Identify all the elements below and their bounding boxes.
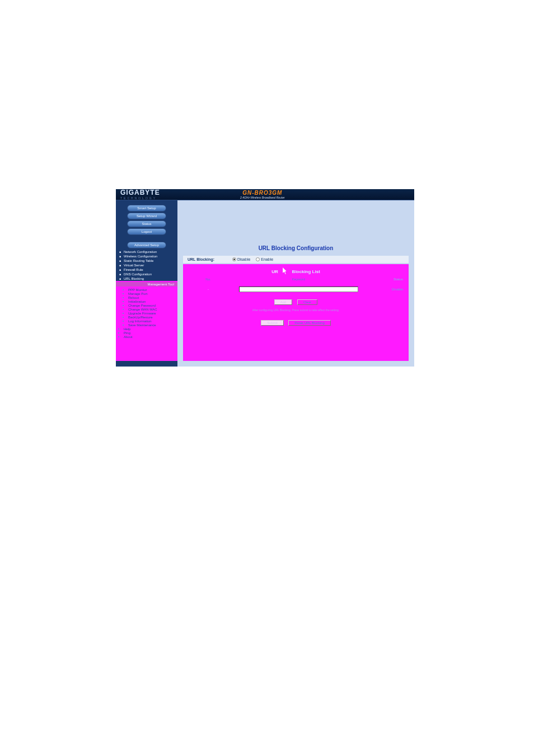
mgmt-log-information[interactable]: Log Information <box>128 319 175 323</box>
mgmt-help[interactable]: Help <box>118 327 175 331</box>
add-button[interactable]: Add <box>274 299 293 305</box>
header-bar: GIGABYTE TECHNOLOGY GN-BRO3GM 2.4GHz Wir… <box>116 189 414 200</box>
brand-block: GIGABYTE TECHNOLOGY <box>120 189 160 200</box>
table-header-row: No. Keyword Status <box>183 276 409 287</box>
radio-disable-label: Disable <box>237 257 250 261</box>
nav-firewall-rule[interactable]: Firewall Rule <box>118 267 175 272</box>
mgmt-reboot[interactable]: Reboot <box>128 295 175 299</box>
mgmt-change-wan-mac[interactable]: Change WAN MAC <box>128 307 175 311</box>
radio-enable-label: Enable <box>261 257 273 261</box>
mgmt-initialization[interactable]: Initialization <box>128 299 175 303</box>
product-name: GN-BRO3GM <box>240 190 285 196</box>
table-input-row: - Disable <box>183 287 409 294</box>
list-header-prefix: UR <box>271 269 278 274</box>
mgmt-ppp-monitor[interactable]: PPP Monitor <box>128 288 175 292</box>
management-section: Management Tool PPP Monitor Manage Port … <box>116 281 177 361</box>
url-blocking-row: URL Blocking: Disable Enable <box>183 256 409 263</box>
radio-disable-dot <box>232 257 236 261</box>
col-no-header: No. <box>189 278 228 281</box>
row-status-value: Disable <box>369 288 403 291</box>
col-status-header: Status <box>369 278 403 281</box>
nav-static-routing-table[interactable]: Static Routing Table <box>118 259 175 263</box>
sidebar: Smart Setup Setup Wizard Status Logout A… <box>116 200 177 367</box>
product-desc: 2.4GHz Wireless Broadband Router <box>240 196 285 199</box>
mgmt-change-password[interactable]: Change Password <box>128 303 175 307</box>
radio-enable[interactable]: Enable <box>256 257 273 261</box>
nav-network-configuration[interactable]: Network Configuration <box>118 250 175 254</box>
col-keyword-header: Keyword <box>228 278 369 281</box>
mgmt-manage-port[interactable]: Manage Port <box>128 292 175 295</box>
body-row: Smart Setup Setup Wizard Status Logout A… <box>116 200 414 367</box>
list-header-text: Blocking List <box>292 269 320 274</box>
smart-setup-button[interactable]: Smart Setup <box>127 205 166 212</box>
mgmt-about[interactable]: About <box>118 335 175 339</box>
blocking-list-header: UR Blocking List <box>183 264 409 276</box>
radio-disable[interactable]: Disable <box>232 257 250 261</box>
submit-reset-row: Submit Reset URL Blocking <box>183 315 409 327</box>
mgmt-backup-restore[interactable]: BackUp/Restore <box>128 315 175 319</box>
radio-enable-dot <box>256 257 260 261</box>
brand-sub: TECHNOLOGY <box>120 196 160 200</box>
mgmt-save-maintenance[interactable]: Save Maintenance <box>128 323 175 327</box>
setup-wizard-button[interactable]: Setup Wizard <box>127 213 166 219</box>
clear-button[interactable]: Clear <box>297 299 317 305</box>
page-title: URL Blocking Configuration <box>183 245 409 251</box>
nav-wireless-configuration[interactable]: Wireless Configuration <box>118 254 175 259</box>
nav-url-blocking[interactable]: URL Blocking <box>118 276 175 281</box>
management-header: Management Tool <box>116 282 177 287</box>
mgmt-upgrade-firmware[interactable]: Upgrade Firmware <box>128 311 175 315</box>
product-block: GN-BRO3GM 2.4GHz Wireless Broadband Rout… <box>240 190 285 199</box>
submit-button[interactable]: Submit <box>261 320 284 326</box>
main-panel: URL Blocking Configuration URL Blocking:… <box>177 200 414 367</box>
keyword-input[interactable] <box>239 287 358 292</box>
mgmt-ping[interactable]: Ping <box>118 331 175 335</box>
management-list: PPP Monitor Manage Port Reboot Initializ… <box>118 288 175 327</box>
router-admin-window: GIGABYTE TECHNOLOGY GN-BRO3GM 2.4GHz Wir… <box>116 189 414 355</box>
bottom-filler <box>183 327 409 361</box>
status-button[interactable]: Status <box>127 220 166 227</box>
reset-button[interactable]: Reset URL Blocking <box>288 320 330 326</box>
url-blocking-radio-group: Disable Enable <box>232 257 273 261</box>
url-blocking-label: URL Blocking: <box>188 257 232 261</box>
add-clear-row: Add Clear <box>183 294 409 307</box>
nav-virtual-server[interactable]: Virtual Server <box>118 263 175 267</box>
hint-text: After configuring URL Blocking, Press su… <box>183 307 409 315</box>
nav-dns-configuration[interactable]: DNS Configuration <box>118 272 175 276</box>
config-area: URL Blocking Configuration URL Blocking:… <box>177 200 414 367</box>
row-no-value: - <box>189 288 228 291</box>
brand-name: GIGABYTE <box>120 189 160 196</box>
advanced-setup-button[interactable]: Advanced Setup <box>127 242 166 248</box>
logout-button[interactable]: Logout <box>127 228 166 235</box>
cursor-icon <box>283 267 288 274</box>
advanced-nav-list: Network Configuration Wireless Configura… <box>118 250 175 281</box>
